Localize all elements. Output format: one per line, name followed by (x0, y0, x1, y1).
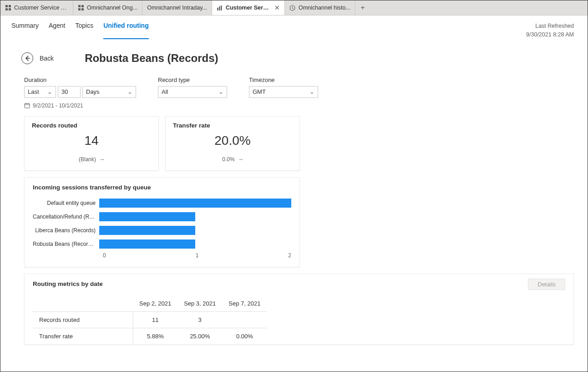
axis-tick: 0 (103, 252, 106, 259)
subnav-summary[interactable]: Summary (11, 22, 39, 39)
subnav-topics[interactable]: Topics (76, 22, 94, 39)
chevron-down-icon: ⌄ (127, 88, 132, 95)
table-row: Records routed113 (33, 311, 267, 328)
filter-record-type: Record type All⌄ (158, 76, 227, 98)
subnav: Summary Agent Topics Unified routing (11, 22, 149, 39)
transfer-rate-value: 20.0% (173, 133, 292, 148)
card-title: Incoming sessions transferred by queue (33, 184, 291, 191)
bar-row: Robusta Beans (Records) (33, 238, 291, 250)
report-icon (217, 5, 223, 11)
back-label: Back (40, 55, 54, 62)
svg-rect-8 (217, 8, 218, 10)
svg-rect-12 (25, 104, 30, 108)
duration-unit-select[interactable]: Days⌄ (82, 86, 136, 98)
tab-label: Omnichannel Ong... (87, 5, 137, 11)
bar-label: Liberca Beans (Records) (33, 227, 99, 234)
col-header: Sep 2, 2021 (133, 296, 177, 312)
bar-row: Cancellation/Refund (Rec... (33, 211, 291, 223)
back-button[interactable]: Back (21, 52, 54, 64)
records-routed-value: 14 (32, 133, 151, 148)
svg-rect-0 (5, 5, 8, 7)
table-cell: 11 (133, 311, 177, 328)
filter-duration: Duration Last⌄ 30 Days⌄ (24, 76, 136, 98)
bar-fill (99, 226, 195, 235)
svg-rect-6 (78, 8, 81, 10)
bar-label: Cancellation/Refund (Rec... (33, 214, 99, 220)
duration-last-select[interactable]: Last⌄ (24, 86, 56, 98)
bar-label: Default entity queue (33, 200, 99, 206)
filter-timezone: Timezone GMT⌄ (249, 76, 318, 98)
clock-icon (289, 5, 296, 11)
metrics-table: Sep 2, 2021Sep 3, 2021Sep 7, 2021Records… (33, 296, 267, 344)
tab-label: Customer Service historic... (226, 5, 271, 11)
subnav-unified-routing[interactable]: Unified routing (103, 22, 149, 39)
grid-icon (78, 5, 84, 11)
svg-rect-3 (9, 8, 11, 10)
transfer-rate-card: Transfer rate 20.0% 0.0% -- (165, 116, 300, 171)
svg-rect-9 (219, 6, 220, 10)
axis-tick: 2 (288, 252, 291, 259)
subnav-agent[interactable]: Agent (49, 22, 66, 39)
bar-track (99, 240, 291, 249)
filter-label: Timezone (249, 76, 318, 83)
chevron-down-icon: ⌄ (47, 88, 52, 95)
bar-track (99, 199, 291, 208)
svg-rect-2 (5, 8, 8, 10)
bar-row: Liberca Beans (Records) (33, 224, 291, 236)
records-routed-sub: (Blank) -- (32, 156, 151, 163)
page-title: Robusta Beans (Records) (85, 52, 218, 65)
svg-rect-7 (81, 8, 84, 10)
record-type-select[interactable]: All⌄ (158, 86, 227, 98)
duration-number-select[interactable]: 30 (58, 86, 81, 98)
app-tab-active[interactable]: Customer Service historic... ✕ (212, 0, 285, 15)
app-tab[interactable]: Omnichannel Ong... (73, 0, 142, 15)
svg-rect-4 (78, 5, 81, 7)
app-tabs-bar: Customer Service A... Omnichannel Ong...… (0, 0, 588, 15)
filter-label: Duration (24, 76, 136, 83)
subnav-row: Summary Agent Topics Unified routing Las… (0, 15, 588, 39)
timezone-select[interactable]: GMT⌄ (249, 86, 318, 98)
tab-label: Omnichannel histo... (299, 5, 350, 11)
grid-icon (5, 5, 11, 11)
table-cell (222, 311, 267, 328)
bar-track (99, 212, 291, 221)
last-refreshed-value: 9/30/2021 8:28 AM (526, 31, 574, 39)
card-title: Transfer rate (173, 122, 292, 129)
routing-metrics-card: Routing metrics by date Details Sep 2, 2… (24, 274, 574, 345)
arrow-left-icon (21, 52, 33, 64)
col-header: Sep 7, 2021 (222, 296, 267, 312)
bar-chart-axis: 012 (103, 252, 291, 259)
date-range: 9/2/2021 - 10/1/2021 (0, 100, 588, 109)
bar-track (99, 226, 291, 235)
bar-fill (99, 212, 195, 221)
table-cell: 25.00% (177, 328, 222, 344)
transferred-by-queue-card: Incoming sessions transferred by queue D… (24, 177, 300, 267)
bar-fill (99, 240, 195, 249)
last-refreshed-label: Last Refreshed (526, 22, 574, 31)
table-cell: 3 (177, 311, 222, 328)
last-refreshed: Last Refreshed 9/30/2021 8:28 AM (526, 22, 577, 39)
app-tab[interactable]: Customer Service A... (0, 0, 73, 15)
tab-label: Omnichannel Intraday... (147, 5, 207, 11)
app-tab[interactable]: Omnichannel Intraday... (142, 0, 212, 15)
transfer-rate-sub: 0.0% -- (173, 156, 292, 163)
tab-label: Customer Service A... (14, 5, 68, 11)
bar-label: Robusta Beans (Records) (33, 241, 99, 247)
card-title: Routing metrics by date (33, 280, 565, 287)
chevron-down-icon: ⌄ (309, 88, 314, 95)
details-button[interactable]: Details (528, 279, 565, 290)
kpi-row: Records routed 14 (Blank) -- Transfer ra… (0, 109, 588, 171)
svg-rect-1 (9, 5, 11, 7)
page-header: Back Robusta Beans (Records) (0, 39, 588, 66)
close-icon[interactable]: ✕ (274, 4, 280, 11)
bar-fill (99, 199, 291, 208)
card-title: Records routed (32, 122, 151, 129)
new-tab-button[interactable]: + (355, 0, 370, 15)
date-range-text: 9/2/2021 - 10/1/2021 (33, 102, 83, 109)
table-cell: 5.88% (133, 328, 177, 344)
bar-chart: Default entity queueCancellation/Refund … (33, 197, 291, 250)
svg-rect-5 (81, 5, 84, 7)
table-cell: 0.00% (222, 328, 267, 344)
filters-row: Duration Last⌄ 30 Days⌄ Record type All⌄… (0, 66, 588, 100)
app-tab[interactable]: Omnichannel histo... (285, 0, 355, 15)
